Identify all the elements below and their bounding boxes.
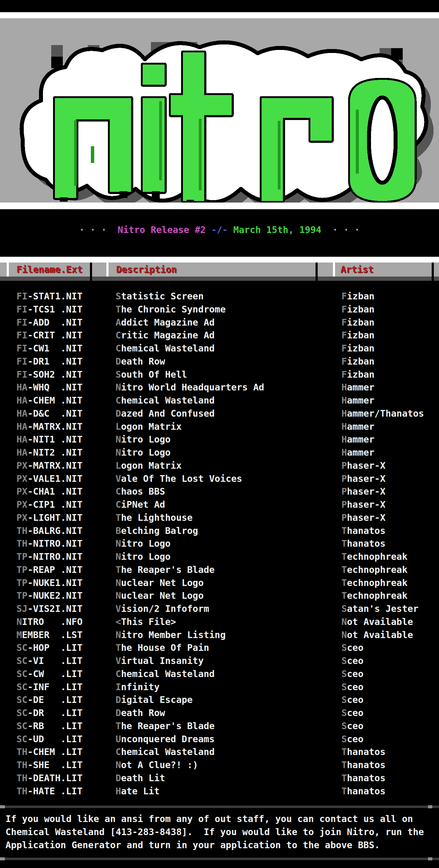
cell-prefix: F bbox=[342, 343, 347, 353]
cell-prefix: N bbox=[342, 629, 347, 640]
artist-cell: Fizban bbox=[342, 316, 374, 329]
filename-cell: HA-NIT2 .NIT bbox=[17, 446, 83, 459]
release-title: · · · Nitro Release #2 -/- March 15th, 1… bbox=[0, 223, 439, 236]
cell-prefix: SC bbox=[17, 721, 27, 731]
header-divider bbox=[90, 262, 92, 281]
cell-prefix: N bbox=[116, 760, 121, 770]
cell-prefix: TP bbox=[17, 578, 27, 588]
cell-text: -NUKE2.NIT bbox=[27, 590, 83, 601]
cell-text: igital Escape bbox=[121, 694, 193, 705]
filename-cell: FI-SOH2 .NIT bbox=[17, 368, 83, 381]
filename-cell: MEMBER .LST bbox=[17, 629, 83, 642]
description-cell: Vale Of The Lost Voices bbox=[116, 472, 242, 486]
cell-prefix: D bbox=[116, 408, 121, 419]
artist-cell: Not Available bbox=[342, 629, 413, 642]
filename-cell: TH-NITRO.NIT bbox=[17, 537, 83, 550]
cell-text: ceo bbox=[347, 655, 363, 666]
description-cell: Critic Magazine Ad bbox=[116, 329, 215, 342]
description-cell: Nuclear Net Logo bbox=[116, 589, 204, 602]
cell-prefix: HA bbox=[17, 408, 27, 419]
filename-cell: SC-DE .LIT bbox=[17, 693, 83, 707]
cell-prefix: FI bbox=[17, 330, 27, 341]
filename-cell: PX-CHA1 .NIT bbox=[17, 485, 83, 498]
cell-prefix: D bbox=[116, 356, 121, 367]
table-row: SC-INF .LITInfinitySceo bbox=[0, 681, 439, 694]
description-cell: South Of Hell bbox=[116, 368, 187, 381]
cell-prefix: D bbox=[116, 773, 121, 783]
cell-text: -SHE .LIT bbox=[27, 760, 83, 770]
cell-text: uclear Net Logo bbox=[121, 578, 204, 588]
artist-cell: Sceo bbox=[342, 642, 363, 654]
cell-prefix: TH bbox=[17, 538, 27, 549]
cell-prefix: N bbox=[116, 447, 121, 458]
cell-text: ammer bbox=[347, 434, 374, 445]
artist-cell: Sceo bbox=[342, 733, 363, 746]
filename-cell: PX-VALE1.NIT bbox=[17, 472, 83, 486]
cell-prefix: S bbox=[342, 734, 347, 744]
table-row: TH-HATE .LITHate LitThanatos bbox=[0, 785, 439, 798]
cell-prefix: L bbox=[116, 421, 121, 432]
cell-prefix: S bbox=[342, 682, 347, 692]
description-cell: Statistic Screen bbox=[116, 290, 204, 303]
artist-cell: Thanatos bbox=[342, 785, 386, 798]
cell-prefix: D bbox=[116, 694, 121, 705]
filename-cell: FI-TCS1 .NIT bbox=[17, 303, 83, 316]
cell-text: -UD .LIT bbox=[27, 734, 83, 744]
cell-text: -NITRO.NIT bbox=[27, 551, 83, 562]
table-row: TH-BALRG.NITBelching BalrogThanatos bbox=[0, 524, 439, 537]
cell-prefix: N bbox=[116, 382, 121, 393]
artist-cell: Sceo bbox=[342, 654, 363, 668]
table-row: HA-CHEM .NITChemical WastelandHammer bbox=[0, 394, 439, 407]
description-cell: Logon Matrix bbox=[116, 420, 182, 433]
cell-text: ammer bbox=[347, 421, 374, 432]
header-stripe bbox=[107, 257, 109, 277]
cell-text: -D&C .NIT bbox=[27, 408, 83, 419]
table-row: HA-NIT1 .NITNitro LogoHammer bbox=[0, 433, 439, 446]
table-row: SC-DE .LITDigital EscapeSceo bbox=[0, 693, 439, 707]
table-row: HA-WHQ .NITNitro World Headquarters AdHa… bbox=[0, 381, 439, 394]
description-cell: Nitro World Headquarters Ad bbox=[116, 381, 264, 394]
cell-text: haser-X bbox=[347, 499, 385, 510]
header-divider bbox=[316, 262, 318, 281]
artist-cell: Sceo bbox=[342, 693, 363, 707]
table-row: TP-NUKE1.NITNuclear Net LogoTechnophreak bbox=[0, 577, 439, 590]
description-cell: Chemical Wasteland bbox=[116, 668, 215, 681]
cell-text: he Reaper's Blade bbox=[121, 721, 215, 731]
description-cell: Death Row bbox=[116, 707, 165, 720]
cell-text: eath Row bbox=[121, 708, 165, 718]
cell-prefix: T bbox=[342, 564, 347, 575]
description-cell: Nuclear Net Logo bbox=[116, 577, 204, 590]
cell-text: EMBER .LST bbox=[22, 629, 83, 640]
title-segment bbox=[228, 224, 233, 235]
column-header-filename: Filename.Ext bbox=[17, 262, 83, 277]
cell-text: ceo bbox=[347, 721, 363, 731]
cell-prefix: SC bbox=[17, 734, 27, 744]
header-divider bbox=[432, 262, 434, 281]
cell-prefix: P bbox=[342, 499, 347, 510]
table-row: FI-ADD .NITAddict Magazine AdFizban bbox=[0, 316, 439, 329]
cell-text: ceo bbox=[347, 682, 363, 692]
cell-prefix: V bbox=[116, 655, 121, 666]
artist-cell: Sceo bbox=[342, 681, 363, 694]
artist-cell: Thanatos bbox=[342, 537, 386, 550]
cell-prefix: HA bbox=[17, 434, 27, 445]
artist-cell: Technophreak bbox=[342, 563, 408, 577]
cell-prefix: HA bbox=[17, 447, 27, 458]
cell-text: This File> bbox=[121, 616, 176, 627]
nitro-logo-panel: nitro bbox=[0, 18, 439, 203]
title-segment: Nitro Release #2 bbox=[118, 224, 206, 235]
cell-text: hemical Wasteland bbox=[121, 343, 215, 353]
cell-prefix: S bbox=[342, 642, 347, 653]
cell-text: hanatos bbox=[347, 525, 385, 536]
cell-text: izban bbox=[347, 369, 374, 380]
artist-cell: Sceo bbox=[342, 720, 363, 733]
cell-text: -NITRO.NIT bbox=[27, 538, 83, 549]
cell-text: hanatos bbox=[347, 786, 385, 797]
table-row: FI-CW1 .NITChemical WastelandFizban bbox=[0, 342, 439, 355]
artist-cell: Technophreak bbox=[342, 550, 408, 563]
cell-text: -CHEM .LIT bbox=[27, 746, 83, 757]
cell-prefix: T bbox=[116, 721, 121, 731]
cell-prefix: P bbox=[342, 512, 347, 523]
cell-prefix: TP bbox=[17, 564, 27, 575]
cell-prefix: TH bbox=[17, 525, 27, 536]
